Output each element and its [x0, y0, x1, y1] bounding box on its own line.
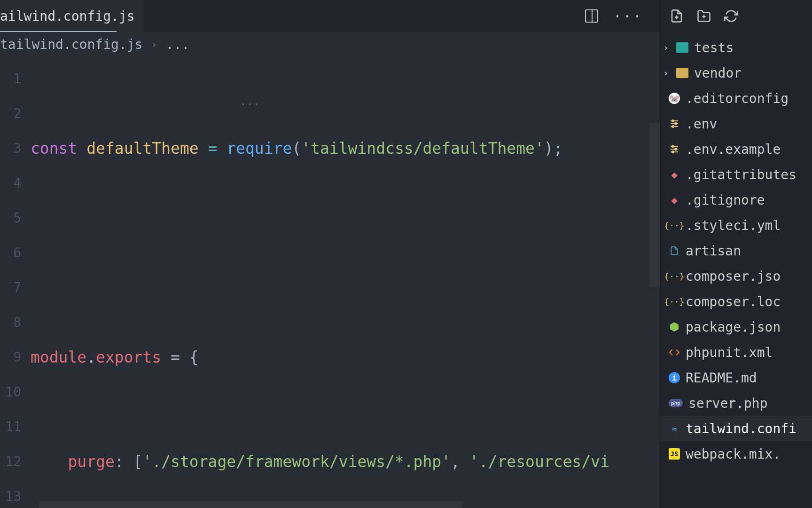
folder-label: vendor — [694, 65, 742, 81]
new-folder-icon[interactable] — [697, 9, 711, 23]
file-gitattributes[interactable]: ◆ .gitattributes — [660, 162, 812, 187]
file-package-json[interactable]: package.json — [660, 314, 812, 340]
file-explorer-sidebar: › tests › vendor 🐭 .editorconfig .env .e… — [660, 0, 812, 508]
tab-bar: ailwind.config.js ··· — [0, 0, 660, 32]
tab-underline — [0, 31, 117, 32]
file-composer-lock[interactable]: {··} composer.loc — [660, 289, 812, 314]
settings-icon — [669, 143, 680, 155]
file-label: composer.loc — [686, 294, 781, 310]
code-line-3[interactable]: module.exports = { — [31, 340, 660, 375]
file-phpunit-xml[interactable]: phpunit.xml — [660, 340, 812, 365]
chevron-right-icon: › — [661, 43, 671, 52]
editorconfig-icon: 🐭 — [669, 93, 680, 104]
file-icon — [669, 245, 680, 256]
code-line-4[interactable]: purge: ['./storage/framework/views/*.php… — [31, 444, 660, 479]
line-gutter: 1 2 3 4 5 6 7 8 9 10 11 12 13 — [0, 62, 31, 508]
tab-title: ailwind.config.js — [0, 8, 135, 24]
minimap-scroll-indicator[interactable] — [649, 123, 660, 287]
json-icon: {··} — [669, 296, 680, 307]
file-label: tailwind.confi — [686, 421, 796, 437]
breadcrumb-file: tailwind.config.js — [0, 37, 142, 52]
file-editorconfig[interactable]: 🐭 .editorconfig — [660, 86, 812, 111]
file-label: .env.example — [686, 142, 781, 157]
file-label: README.md — [686, 370, 757, 386]
more-actions-icon[interactable]: ··· — [613, 8, 643, 24]
breadcrumb[interactable]: tailwind.config.js › ... — [0, 32, 660, 57]
file-label: server.php — [688, 396, 768, 411]
tailwind-icon: ≈ — [669, 423, 680, 434]
file-env-example[interactable]: .env.example — [660, 136, 812, 162]
file-tailwind-config[interactable]: ≈ tailwind.confi — [660, 416, 812, 441]
breadcrumb-ellipsis: ... — [166, 37, 190, 52]
chevron-right-icon: › — [151, 39, 157, 50]
file-label: .gitattributes — [686, 167, 796, 183]
git-icon: ◆ — [669, 169, 680, 180]
file-label: .gitignore — [686, 192, 765, 208]
file-label: .env — [686, 116, 717, 132]
code-lens-hint: ... — [240, 84, 260, 119]
chevron-right-icon: › — [661, 68, 671, 78]
file-list: › tests › vendor 🐭 .editorconfig .env .e… — [660, 32, 812, 508]
file-readme[interactable]: i README.md — [660, 365, 812, 390]
file-label: phpunit.xml — [686, 345, 773, 360]
file-label: package.json — [686, 319, 781, 335]
xml-icon — [669, 347, 680, 358]
code-content[interactable]: const defaultTheme = require('tailwindcs… — [31, 62, 660, 508]
code-line-2[interactable] — [31, 236, 660, 270]
git-icon: ◆ — [669, 194, 680, 206]
file-gitignore[interactable]: ◆ .gitignore — [660, 187, 812, 213]
file-artisan[interactable]: artisan — [660, 238, 812, 263]
folder-vendor[interactable]: › vendor — [660, 60, 812, 86]
js-icon: JS — [669, 448, 680, 460]
json-icon: {··} — [669, 220, 680, 231]
code-line-1[interactable]: const defaultTheme = require('tailwindcs… — [31, 131, 660, 166]
horizontal-scrollbar[interactable] — [39, 501, 462, 508]
new-file-icon[interactable] — [670, 9, 684, 23]
file-label: composer.jso — [686, 269, 781, 284]
tab-tailwind-config[interactable]: ailwind.config.js — [0, 0, 144, 32]
code-area[interactable]: 1 2 3 4 5 6 7 8 9 10 11 12 13 const defa… — [0, 57, 660, 508]
tab-actions: ··· — [585, 8, 660, 24]
php-icon: php — [669, 399, 683, 407]
file-label: webpack.mix. — [686, 446, 781, 462]
refresh-icon[interactable] — [724, 9, 738, 23]
folder-icon — [676, 42, 688, 53]
editor-pane: ailwind.config.js ··· tailwind.config.js… — [0, 0, 660, 508]
file-label: .styleci.yml — [686, 218, 781, 233]
file-webpack-mix[interactable]: JS webpack.mix. — [660, 441, 812, 467]
split-editor-icon[interactable] — [585, 9, 598, 23]
info-icon: i — [669, 372, 680, 383]
folder-icon — [676, 68, 688, 78]
folder-label: tests — [694, 40, 734, 56]
file-composer-json[interactable]: {··} composer.jso — [660, 263, 812, 289]
settings-icon — [669, 118, 680, 129]
explorer-toolbar — [660, 0, 812, 32]
file-label: .editorconfig — [686, 91, 789, 106]
file-server-php[interactable]: php server.php — [660, 390, 812, 416]
folder-tests[interactable]: › tests — [660, 35, 812, 60]
node-icon — [669, 321, 680, 333]
file-env[interactable]: .env — [660, 111, 812, 136]
file-label: artisan — [686, 243, 741, 259]
json-icon: {··} — [669, 270, 680, 282]
file-styleci[interactable]: {··} .styleci.yml — [660, 213, 812, 238]
